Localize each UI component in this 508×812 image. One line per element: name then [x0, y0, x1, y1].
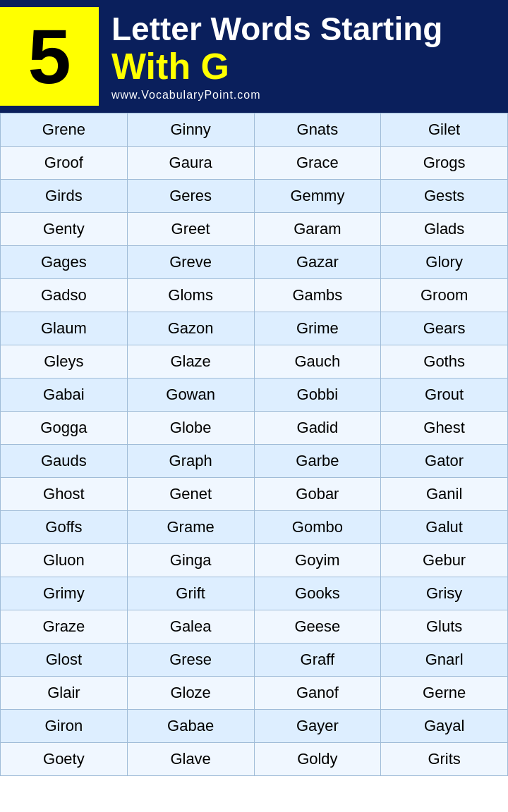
word-cell: Glave	[127, 743, 254, 776]
word-cell: Gebur	[381, 544, 508, 577]
word-cell: Goyim	[254, 544, 381, 577]
table-row: GleysGlazeGauchGoths	[1, 345, 508, 379]
table-row: GadsoGlomsGambsGroom	[1, 279, 508, 312]
word-cell: Gilet	[381, 113, 508, 147]
table-row: GoggaGlobeGadidGhest	[1, 412, 508, 445]
word-cell: Glory	[381, 246, 508, 279]
table-row: GabaiGowanGobbiGrout	[1, 379, 508, 412]
word-cell: Ginny	[127, 113, 254, 147]
table-row: GlostGreseGraffGnarl	[1, 644, 508, 677]
table-row: GoffsGrameGomboGalut	[1, 511, 508, 544]
word-cell: Gloze	[127, 677, 254, 710]
table-row: GhostGenetGobarGanil	[1, 478, 508, 511]
word-cell: Greve	[127, 246, 254, 279]
word-cell: Gadso	[1, 279, 128, 312]
word-cell: Grame	[127, 511, 254, 544]
word-cell: Greet	[127, 213, 254, 246]
word-cell: Gages	[1, 246, 128, 279]
word-cell: Gauds	[1, 445, 128, 478]
table-row: GentyGreetGaramGlads	[1, 213, 508, 246]
word-cell: Gnats	[254, 113, 381, 147]
header-title-line2: With G	[111, 47, 442, 86]
word-cell: Goety	[1, 743, 128, 776]
word-cell: Glaze	[127, 345, 254, 379]
word-cell: Ghest	[381, 412, 508, 445]
word-cell: Ginga	[127, 544, 254, 577]
table-row: GoetyGlaveGoldyGrits	[1, 743, 508, 776]
word-cell: Grese	[127, 644, 254, 677]
word-cell: Girds	[1, 180, 128, 213]
word-cell: Grisy	[381, 577, 508, 610]
table-row: GluonGingaGoyimGebur	[1, 544, 508, 577]
word-cell: Gloms	[127, 279, 254, 312]
word-cell: Gerne	[381, 677, 508, 710]
word-cell: Gests	[381, 180, 508, 213]
word-cell: Grace	[254, 147, 381, 180]
word-cell: Gnarl	[381, 644, 508, 677]
page-header: 5 Letter Words Starting With G www.Vocab…	[0, 0, 508, 113]
word-cell: Gayer	[254, 710, 381, 743]
word-cell: Giron	[1, 710, 128, 743]
word-cell: Gaura	[127, 147, 254, 180]
word-cell: Genet	[127, 478, 254, 511]
word-cell: Ghost	[1, 478, 128, 511]
header-url: www.VocabularyPoint.com	[111, 89, 442, 102]
word-cell: Goths	[381, 345, 508, 379]
word-cell: Garbe	[254, 445, 381, 478]
table-row: GaudsGraphGarbeGator	[1, 445, 508, 478]
word-cell: Goffs	[1, 511, 128, 544]
word-cell: Grogs	[381, 147, 508, 180]
word-cell: Gobbi	[254, 379, 381, 412]
word-cell: Gauch	[254, 345, 381, 379]
word-cell: Gluon	[1, 544, 128, 577]
word-cell: Glads	[381, 213, 508, 246]
header-title-line1: Letter Words Starting	[111, 11, 442, 47]
number-value: 5	[28, 18, 71, 95]
word-cell: Graze	[1, 610, 128, 644]
word-cell: Grimy	[1, 577, 128, 610]
table-row: GirdsGeresGemmyGests	[1, 180, 508, 213]
word-cell: Galut	[381, 511, 508, 544]
word-cell: Graph	[127, 445, 254, 478]
word-cell: Garam	[254, 213, 381, 246]
word-cell: Gemmy	[254, 180, 381, 213]
word-cell: Gombo	[254, 511, 381, 544]
word-cell: Gears	[381, 312, 508, 345]
word-cell: Gluts	[381, 610, 508, 644]
word-cell: Gobar	[254, 478, 381, 511]
table-row: GlaumGazonGrimeGears	[1, 312, 508, 345]
word-cell: Graff	[254, 644, 381, 677]
word-cell: Gooks	[254, 577, 381, 610]
word-cell: Ganof	[254, 677, 381, 710]
table-row: GreneGinnyGnatsGilet	[1, 113, 508, 147]
word-cell: Gowan	[127, 379, 254, 412]
header-text-block: Letter Words Starting With G www.Vocabul…	[111, 11, 442, 101]
table-row: GrimyGriftGooksGrisy	[1, 577, 508, 610]
table-row: GironGabaeGayerGayal	[1, 710, 508, 743]
table-row: GrazeGaleaGeeseGluts	[1, 610, 508, 644]
word-cell: Glaum	[1, 312, 128, 345]
word-cell: Geese	[254, 610, 381, 644]
word-cell: Goldy	[254, 743, 381, 776]
word-cell: Grift	[127, 577, 254, 610]
word-cell: Gogga	[1, 412, 128, 445]
word-cell: Geres	[127, 180, 254, 213]
word-cell: Glost	[1, 644, 128, 677]
word-cell: Grime	[254, 312, 381, 345]
word-cell: Gadid	[254, 412, 381, 445]
word-cell: Gambs	[254, 279, 381, 312]
word-cell: Glair	[1, 677, 128, 710]
word-cell: Genty	[1, 213, 128, 246]
word-cell: Gazar	[254, 246, 381, 279]
table-row: GlairGlozeGanofGerne	[1, 677, 508, 710]
word-cell: Gayal	[381, 710, 508, 743]
word-cell: Ganil	[381, 478, 508, 511]
word-cell: Groof	[1, 147, 128, 180]
word-cell: Globe	[127, 412, 254, 445]
word-cell: Gator	[381, 445, 508, 478]
word-cell: Grout	[381, 379, 508, 412]
word-cell: Galea	[127, 610, 254, 644]
word-cell: Groom	[381, 279, 508, 312]
table-row: GroofGauraGraceGrogs	[1, 147, 508, 180]
word-cell: Gabae	[127, 710, 254, 743]
